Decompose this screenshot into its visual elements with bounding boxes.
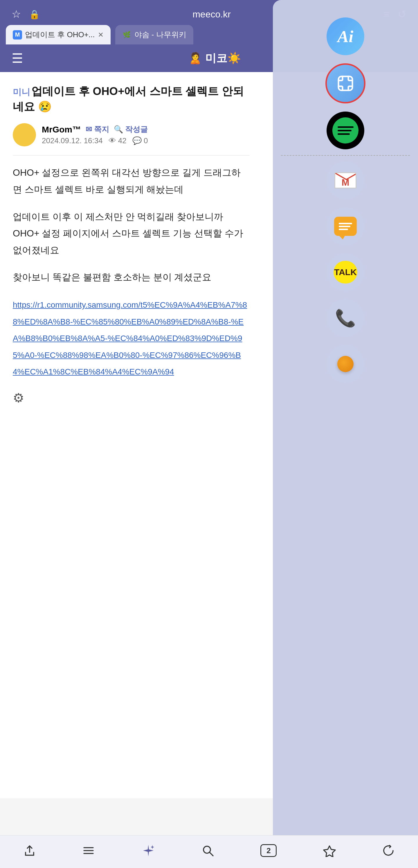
post-paragraph-3: 찾아보니 똑같은 불편함 호소하는 분이 계셨군요 <box>13 269 250 286</box>
spotify-line-1 <box>337 126 354 128</box>
search-button[interactable] <box>197 842 219 859</box>
message-lines <box>339 223 352 230</box>
screen-select-icon <box>335 73 355 93</box>
msg-line-2 <box>339 226 350 227</box>
spotify-line-2 <box>337 130 352 131</box>
tabs-button[interactable]: 2 <box>256 842 281 859</box>
author-info: MrGom™ ✉ 쪽지 🔍 작성글 2024.09.12. 16:34 👁 42… <box>42 124 148 145</box>
divider <box>13 155 250 156</box>
phone-button[interactable]: 📞 <box>327 299 364 337</box>
author-posts-link[interactable]: 🔍 작성글 <box>114 124 148 134</box>
msg-line-3 <box>339 228 348 230</box>
spotify-line-3 <box>337 133 350 135</box>
external-link[interactable]: https://r1.community.samsung.com/t5%EC%9… <box>13 300 247 376</box>
gmail-envelope: M <box>334 172 356 189</box>
post-body: OHO+ 설정으로 왼쪽위 대각선 방향으로 길게 드래그하면 스마트 셀렉트 … <box>13 164 250 380</box>
kakao-button[interactable]: TALK <box>327 253 364 291</box>
circle-dot <box>337 356 354 372</box>
post-paragraph-link: https://r1.community.samsung.com/t5%EC%9… <box>13 296 250 380</box>
msg-line-1 <box>339 223 352 224</box>
gear-icon[interactable]: ⚙ <box>13 391 24 405</box>
tab-label-wiki: 야솜 - 나무위키 <box>134 30 186 40</box>
post-paragraph-2: 업데이트 이후 이 제스처만 안 먹히길래 찾아보니까 OHO+ 설정 페이지에… <box>13 209 250 259</box>
phone-icon-glyph: 📞 <box>335 308 356 328</box>
gear-area: ⚙ <box>13 391 250 405</box>
view-count: 👁 42 <box>108 136 127 145</box>
share-button[interactable] <box>19 842 41 859</box>
message-bubble-wrap <box>334 217 357 236</box>
browser-bottom-bar: 2 <box>0 835 418 868</box>
tab-count: 2 <box>260 844 277 857</box>
ai-app-button[interactable]: Ai <box>327 18 364 55</box>
hamburger-menu[interactable]: ☰ <box>11 51 23 66</box>
svg-rect-0 <box>339 76 352 90</box>
gmail-m-letter: M <box>342 177 350 188</box>
comment-count: 💬 0 <box>132 136 148 145</box>
menu-button[interactable] <box>77 842 100 859</box>
kakao-text: TALK <box>334 267 357 277</box>
tab-close-meeco[interactable]: ✕ <box>98 31 104 39</box>
post-meta: MrGom™ ✉ 쪽지 🔍 작성글 2024.09.12. 16:34 👁 42… <box>13 123 250 147</box>
gmail-button[interactable]: M <box>327 161 364 199</box>
ai-sparkle-button[interactable] <box>137 841 160 860</box>
author-name-row: MrGom™ ✉ 쪽지 🔍 작성글 <box>42 124 148 134</box>
message-button[interactable] <box>327 208 364 245</box>
ai-icon-label: Ai <box>337 27 354 46</box>
tab-favicon-wiki: 🌿 <box>122 30 131 39</box>
post-category: 미니 <box>13 87 30 97</box>
circle-button[interactable] <box>327 345 364 383</box>
lock-icon[interactable]: 🔒 <box>29 9 40 20</box>
post-date-row: 2024.09.12. 16:34 👁 42 💬 0 <box>42 136 148 145</box>
post-paragraph-1: OHO+ 설정으로 왼쪽위 대각선 방향으로 길게 드래그하면 스마트 셀렉트 … <box>13 164 250 198</box>
tab-active[interactable]: M 업데이트 후 OHO+... ✕ <box>6 25 110 44</box>
screen-select-button[interactable] <box>325 63 365 103</box>
post-title-line: 미니 업데이트 후 OHO+에서 스마트 셀렉트 안되네요 😢 <box>13 84 250 115</box>
tab-label-meeco: 업데이트 후 OHO+... <box>25 30 95 40</box>
svg-line-14 <box>210 852 213 856</box>
side-panel: Ai <box>273 0 418 868</box>
url-bar[interactable]: meeco.kr <box>192 9 231 20</box>
bookmark-button[interactable] <box>318 842 341 859</box>
spotify-lines <box>335 126 356 135</box>
tab-favicon-meeco: M <box>13 30 22 39</box>
post-title: 업데이트 후 OHO+에서 스마트 셀렉트 안되네요 😢 <box>13 85 244 113</box>
reload-button[interactable] <box>377 842 399 859</box>
spotify-inner <box>332 117 358 144</box>
side-panel-divider <box>281 155 410 156</box>
post-date: 2024.09.12. 16:34 <box>42 136 103 145</box>
top-left-icons: ☆ 🔒 <box>11 8 40 20</box>
star-icon[interactable]: ☆ <box>11 8 21 20</box>
spotify-button[interactable] <box>327 112 364 149</box>
author-poke-link[interactable]: ✉ 쪽지 <box>86 124 109 134</box>
kakao-bubble: TALK <box>333 261 357 283</box>
tab-wiki[interactable]: 🌿 야솜 - 나무위키 <box>115 25 193 44</box>
svg-marker-15 <box>324 846 335 857</box>
author-name: MrGom™ <box>42 125 81 134</box>
author-avatar <box>13 123 36 147</box>
